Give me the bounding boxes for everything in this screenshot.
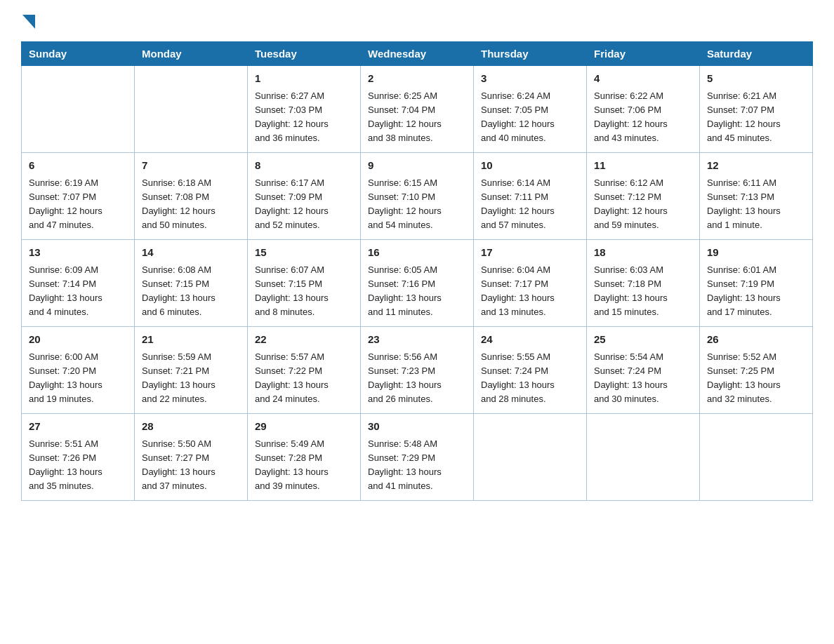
calendar-cell: 12Sunrise: 6:11 AM Sunset: 7:13 PM Dayli… [700,153,813,240]
day-number: 1 [255,71,353,87]
calendar-cell: 20Sunrise: 6:00 AM Sunset: 7:20 PM Dayli… [22,327,135,414]
calendar-cell [587,414,700,501]
calendar-cell: 18Sunrise: 6:03 AM Sunset: 7:18 PM Dayli… [587,240,700,327]
calendar-cell: 5Sunrise: 6:21 AM Sunset: 7:07 PM Daylig… [700,66,813,153]
day-info: Sunrise: 6:25 AM Sunset: 7:04 PM Dayligh… [368,89,466,146]
day-number: 15 [255,245,353,261]
day-number: 6 [29,158,127,174]
day-info: Sunrise: 6:22 AM Sunset: 7:06 PM Dayligh… [594,89,692,146]
day-number: 24 [481,332,579,348]
calendar-cell: 16Sunrise: 6:05 AM Sunset: 7:16 PM Dayli… [361,240,474,327]
calendar-cell: 8Sunrise: 6:17 AM Sunset: 7:09 PM Daylig… [248,153,361,240]
calendar-cell: 26Sunrise: 5:52 AM Sunset: 7:25 PM Dayli… [700,327,813,414]
weekday-header-saturday: Saturday [700,42,813,66]
calendar-cell: 10Sunrise: 6:14 AM Sunset: 7:11 PM Dayli… [474,153,587,240]
day-number: 21 [142,332,240,348]
calendar-cell: 29Sunrise: 5:49 AM Sunset: 7:28 PM Dayli… [248,414,361,501]
calendar-cell: 4Sunrise: 6:22 AM Sunset: 7:06 PM Daylig… [587,66,700,153]
day-number: 16 [368,245,466,261]
calendar-week-1: 1Sunrise: 6:27 AM Sunset: 7:03 PM Daylig… [22,66,813,153]
day-number: 23 [368,332,466,348]
calendar-week-5: 27Sunrise: 5:51 AM Sunset: 7:26 PM Dayli… [22,414,813,501]
calendar-cell: 25Sunrise: 5:54 AM Sunset: 7:24 PM Dayli… [587,327,700,414]
weekday-header-sunday: Sunday [22,42,135,66]
day-number: 7 [142,158,240,174]
calendar-cell: 22Sunrise: 5:57 AM Sunset: 7:22 PM Dayli… [248,327,361,414]
day-info: Sunrise: 6:08 AM Sunset: 7:15 PM Dayligh… [142,263,240,320]
day-info: Sunrise: 5:54 AM Sunset: 7:24 PM Dayligh… [594,350,692,407]
calendar-cell [700,414,813,501]
weekday-header-tuesday: Tuesday [248,42,361,66]
weekday-header-thursday: Thursday [474,42,587,66]
day-info: Sunrise: 6:00 AM Sunset: 7:20 PM Dayligh… [29,350,127,407]
day-info: Sunrise: 6:03 AM Sunset: 7:18 PM Dayligh… [594,263,692,320]
calendar-cell: 9Sunrise: 6:15 AM Sunset: 7:10 PM Daylig… [361,153,474,240]
day-info: Sunrise: 5:48 AM Sunset: 7:29 PM Dayligh… [368,437,466,494]
logo [21,14,35,29]
calendar-cell: 15Sunrise: 6:07 AM Sunset: 7:15 PM Dayli… [248,240,361,327]
calendar-cell: 7Sunrise: 6:18 AM Sunset: 7:08 PM Daylig… [135,153,248,240]
day-info: Sunrise: 6:09 AM Sunset: 7:14 PM Dayligh… [29,263,127,320]
day-info: Sunrise: 5:56 AM Sunset: 7:23 PM Dayligh… [368,350,466,407]
calendar-cell: 24Sunrise: 5:55 AM Sunset: 7:24 PM Dayli… [474,327,587,414]
weekday-header-monday: Monday [135,42,248,66]
day-info: Sunrise: 6:24 AM Sunset: 7:05 PM Dayligh… [481,89,579,146]
day-info: Sunrise: 5:51 AM Sunset: 7:26 PM Dayligh… [29,437,127,494]
day-info: Sunrise: 6:14 AM Sunset: 7:11 PM Dayligh… [481,176,579,233]
calendar-cell: 17Sunrise: 6:04 AM Sunset: 7:17 PM Dayli… [474,240,587,327]
calendar-cell: 27Sunrise: 5:51 AM Sunset: 7:26 PM Dayli… [22,414,135,501]
day-info: Sunrise: 6:01 AM Sunset: 7:19 PM Dayligh… [707,263,805,320]
day-info: Sunrise: 6:12 AM Sunset: 7:12 PM Dayligh… [594,176,692,233]
calendar-cell: 19Sunrise: 6:01 AM Sunset: 7:19 PM Dayli… [700,240,813,327]
svg-marker-0 [22,15,35,29]
day-info: Sunrise: 6:11 AM Sunset: 7:13 PM Dayligh… [707,176,805,233]
day-info: Sunrise: 6:27 AM Sunset: 7:03 PM Dayligh… [255,89,353,146]
day-info: Sunrise: 6:18 AM Sunset: 7:08 PM Dayligh… [142,176,240,233]
day-number: 25 [594,332,692,348]
page-header [21,14,813,29]
day-info: Sunrise: 5:57 AM Sunset: 7:22 PM Dayligh… [255,350,353,407]
day-number: 11 [594,158,692,174]
calendar-cell: 2Sunrise: 6:25 AM Sunset: 7:04 PM Daylig… [361,66,474,153]
day-info: Sunrise: 6:07 AM Sunset: 7:15 PM Dayligh… [255,263,353,320]
weekday-header-friday: Friday [587,42,700,66]
day-info: Sunrise: 5:49 AM Sunset: 7:28 PM Dayligh… [255,437,353,494]
calendar-table: SundayMondayTuesdayWednesdayThursdayFrid… [21,41,813,501]
day-number: 3 [481,71,579,87]
calendar-cell: 6Sunrise: 6:19 AM Sunset: 7:07 PM Daylig… [22,153,135,240]
day-number: 26 [707,332,805,348]
day-number: 29 [255,419,353,435]
calendar-week-4: 20Sunrise: 6:00 AM Sunset: 7:20 PM Dayli… [22,327,813,414]
day-number: 27 [29,419,127,435]
calendar-cell: 3Sunrise: 6:24 AM Sunset: 7:05 PM Daylig… [474,66,587,153]
day-info: Sunrise: 5:59 AM Sunset: 7:21 PM Dayligh… [142,350,240,407]
calendar-cell: 23Sunrise: 5:56 AM Sunset: 7:23 PM Dayli… [361,327,474,414]
day-number: 14 [142,245,240,261]
logo-arrow-icon [22,15,35,29]
day-number: 8 [255,158,353,174]
day-number: 9 [368,158,466,174]
day-info: Sunrise: 5:55 AM Sunset: 7:24 PM Dayligh… [481,350,579,407]
day-number: 28 [142,419,240,435]
calendar-cell [135,66,248,153]
day-info: Sunrise: 6:04 AM Sunset: 7:17 PM Dayligh… [481,263,579,320]
day-number: 12 [707,158,805,174]
day-number: 22 [255,332,353,348]
day-info: Sunrise: 6:19 AM Sunset: 7:07 PM Dayligh… [29,176,127,233]
calendar-week-2: 6Sunrise: 6:19 AM Sunset: 7:07 PM Daylig… [22,153,813,240]
calendar-cell: 11Sunrise: 6:12 AM Sunset: 7:12 PM Dayli… [587,153,700,240]
calendar-cell: 13Sunrise: 6:09 AM Sunset: 7:14 PM Dayli… [22,240,135,327]
day-info: Sunrise: 5:52 AM Sunset: 7:25 PM Dayligh… [707,350,805,407]
calendar-header-row: SundayMondayTuesdayWednesdayThursdayFrid… [22,42,813,66]
calendar-cell: 1Sunrise: 6:27 AM Sunset: 7:03 PM Daylig… [248,66,361,153]
day-number: 2 [368,71,466,87]
calendar-cell: 21Sunrise: 5:59 AM Sunset: 7:21 PM Dayli… [135,327,248,414]
day-number: 17 [481,245,579,261]
day-number: 19 [707,245,805,261]
day-number: 5 [707,71,805,87]
day-info: Sunrise: 5:50 AM Sunset: 7:27 PM Dayligh… [142,437,240,494]
day-number: 20 [29,332,127,348]
day-number: 30 [368,419,466,435]
day-number: 13 [29,245,127,261]
calendar-cell: 30Sunrise: 5:48 AM Sunset: 7:29 PM Dayli… [361,414,474,501]
